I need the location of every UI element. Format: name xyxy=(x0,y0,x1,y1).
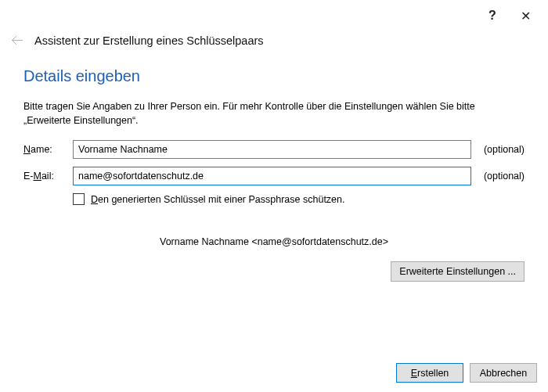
email-input[interactable] xyxy=(73,167,471,185)
titlebar: ? ✕ xyxy=(0,0,548,31)
close-button[interactable]: ✕ xyxy=(509,4,542,27)
footer-buttons: Erstellen Abbrechen xyxy=(396,363,537,383)
name-label: Name: xyxy=(23,144,67,155)
name-optional: (optional) xyxy=(478,144,525,155)
create-button[interactable]: Erstellen xyxy=(396,363,463,383)
email-row: E-Mail: (optional) xyxy=(23,167,525,185)
help-button[interactable]: ? xyxy=(476,4,509,27)
section-title: Details eingeben xyxy=(23,67,525,85)
instructions-text: Bitte tragen Sie Angaben zu Ihrer Person… xyxy=(23,99,525,128)
advanced-settings-button[interactable]: Erweiterte Einstellungen ... xyxy=(391,261,525,282)
name-row: Name: (optional) xyxy=(23,140,525,159)
name-input[interactable] xyxy=(73,140,471,159)
passphrase-checkbox[interactable] xyxy=(73,193,85,205)
identity-summary: Vorname Nachname <name@sofortdatenschutz… xyxy=(23,236,525,247)
content-area: Details eingeben Bitte tragen Sie Angabe… xyxy=(0,61,548,282)
cancel-button[interactable]: Abbrechen xyxy=(470,363,537,383)
email-label: E-Mail: xyxy=(23,171,67,182)
email-optional: (optional) xyxy=(478,171,525,182)
advanced-row: Erweiterte Einstellungen ... xyxy=(23,261,525,282)
passphrase-row: Den generierten Schlüssel mit einer Pass… xyxy=(73,193,525,205)
back-arrow-icon[interactable]: 🡠 xyxy=(11,34,23,47)
wizard-title: Assistent zur Erstellung eines Schlüssel… xyxy=(34,34,264,47)
wizard-header: 🡠 Assistent zur Erstellung eines Schlüss… xyxy=(0,31,548,61)
passphrase-label: Den generierten Schlüssel mit einer Pass… xyxy=(91,194,344,205)
